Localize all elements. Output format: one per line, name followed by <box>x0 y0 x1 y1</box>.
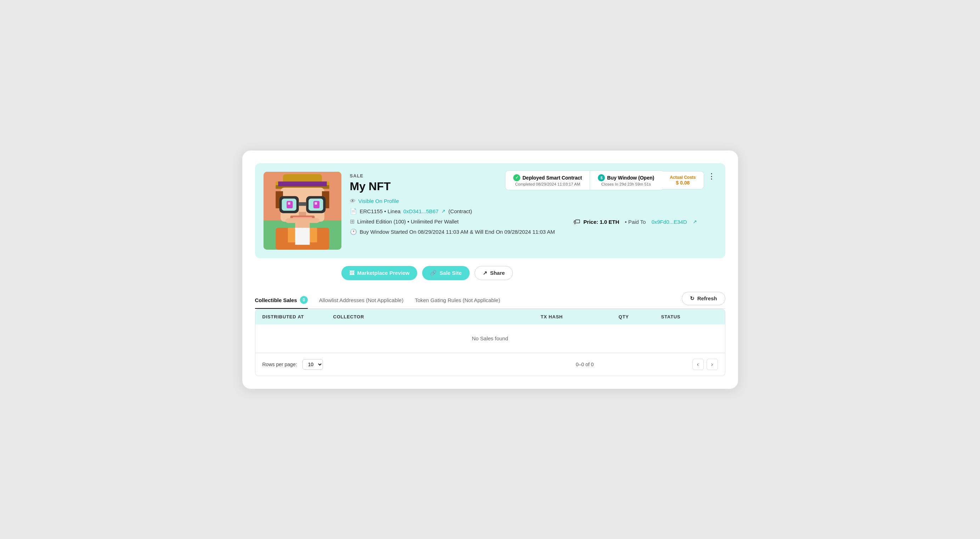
cost-badge: Actual Costs $ 0.08 <box>662 171 704 189</box>
pagination-row: Rows per page: 10 25 50 0–0 of 0 ‹ › <box>255 353 725 376</box>
tab-collectible-sales[interactable]: Collectible Sales 0 <box>255 292 308 309</box>
refresh-icon: ↻ <box>690 295 695 302</box>
erc-info-row: 📄 ERC1155 • Linea 0xD341...5B67 ↗ (Contr… <box>350 208 717 215</box>
price-paid-area: 🏷 Price: 1.0 ETH • Paid To 0x9Fd0...E34D… <box>573 218 697 226</box>
actions-row: 🖼 Marketplace Preview 🔗 Sale Site ↗ Shar… <box>255 266 725 280</box>
price-label: Price: 1.0 ETH <box>583 219 619 225</box>
cost-value: $ 0.08 <box>676 180 690 186</box>
marketplace-preview-button[interactable]: 🖼 Marketplace Preview <box>341 266 418 280</box>
deployed-sub: Completed 08/29/2024 11:03:17 AM <box>515 182 580 186</box>
next-page-button[interactable]: › <box>706 359 718 370</box>
buy-window-text: Buy Window Started On 08/29/2024 11:03 A… <box>360 229 555 235</box>
contract-address-link[interactable]: 0xD341...5B67 <box>403 208 439 214</box>
token-gating-label: Token Gating Rules (Not Applicable) <box>415 297 500 303</box>
sale-site-button[interactable]: 🔗 Sale Site <box>422 266 469 280</box>
collectible-sales-label: Collectible Sales <box>255 297 297 303</box>
prev-page-button[interactable]: ‹ <box>692 359 704 370</box>
buy-window-badge-title: $ Buy Window (Open) <box>598 174 654 181</box>
th-tx-hash: TX HASH <box>541 314 619 320</box>
check-icon: ✓ <box>513 174 520 181</box>
table-header: DISTRIBUTED AT COLLECTOR TX HASH QTY STA… <box>255 309 725 324</box>
refresh-button[interactable]: ↻ Refresh <box>682 292 725 305</box>
allowlist-label: Allowlist Addresses (Not Applicable) <box>319 297 403 303</box>
svg-rect-25 <box>288 228 295 242</box>
sale-site-label: Sale Site <box>439 270 462 276</box>
document-icon: 📄 <box>350 208 357 215</box>
link-icon: 🔗 <box>430 270 437 276</box>
tabs-row: Collectible Sales 0 Allowlist Addresses … <box>255 291 725 309</box>
deployed-label: Deployed Smart Contract <box>522 175 582 181</box>
deployed-badge: ✓ Deployed Smart Contract Completed 08/2… <box>505 170 590 190</box>
pagination-buttons: ‹ › <box>692 359 718 370</box>
page-info: 0–0 of 0 <box>477 362 692 367</box>
svg-rect-27 <box>295 228 310 245</box>
rows-per-page-select[interactable]: 10 25 50 <box>302 359 323 370</box>
svg-rect-18 <box>299 212 306 215</box>
paid-to-address-link[interactable]: 0x9Fd0...E34D <box>651 219 687 225</box>
th-collector: COLLECTOR <box>333 314 541 320</box>
buy-window-sub: Closes In 29d 23h 59m 51s <box>601 182 651 186</box>
svg-rect-17 <box>299 202 306 205</box>
cost-label: Actual Costs <box>670 175 695 180</box>
price-item: 🏷 Price: 1.0 ETH <box>573 218 619 226</box>
clock-icon: 🕐 <box>350 229 357 235</box>
share-label: Share <box>490 270 505 276</box>
marketplace-icon: 🖼 <box>349 270 355 276</box>
main-card: SALE My NFT 👁 Visible On Profile 📄 ERC11… <box>242 151 738 389</box>
dollar-icon: $ <box>598 174 605 181</box>
erc-info: ERC1155 • Linea <box>360 208 401 214</box>
tag-icon: 🏷 <box>573 218 581 226</box>
visible-on-profile-link[interactable]: Visible On Profile <box>358 198 399 204</box>
th-distributed-at: DISTRIBUTED AT <box>262 314 333 320</box>
eye-icon: 👁 <box>350 198 356 204</box>
more-menu-button[interactable]: ⋮ <box>705 170 718 182</box>
svg-rect-15 <box>288 202 290 204</box>
th-qty: QTY <box>619 314 661 320</box>
rows-label-text: Rows per page: <box>262 362 297 367</box>
refresh-label: Refresh <box>697 295 717 301</box>
grid-icon: ⊞ <box>350 218 355 225</box>
th-status: STATUS <box>661 314 718 320</box>
deployed-badge-title: ✓ Deployed Smart Contract <box>513 174 582 181</box>
tab-token-gating[interactable]: Token Gating Rules (Not Applicable) <box>415 293 500 308</box>
external-link-icon: ↗ <box>441 208 445 214</box>
share-icon: ↗ <box>483 270 487 276</box>
nft-image <box>264 172 341 250</box>
paid-to-label: • Paid To <box>625 219 646 225</box>
share-button[interactable]: ↗ Share <box>475 266 513 280</box>
tab-allowlist[interactable]: Allowlist Addresses (Not Applicable) <box>319 293 403 308</box>
edition-info: Limited Edition (100) • Unlimited Per Wa… <box>357 218 459 224</box>
no-data-message: No Sales found <box>472 335 508 341</box>
sales-table: DISTRIBUTED AT COLLECTOR TX HASH QTY STA… <box>255 309 725 376</box>
buy-window-row: 🕐 Buy Window Started On 08/29/2024 11:03… <box>350 229 717 235</box>
visible-on-profile-row: 👁 Visible On Profile <box>350 198 717 204</box>
collectible-sales-badge: 0 <box>300 296 308 304</box>
status-badges-area: ✓ Deployed Smart Contract Completed 08/2… <box>505 170 704 190</box>
top-section: SALE My NFT 👁 Visible On Profile 📄 ERC11… <box>255 163 725 258</box>
svg-rect-26 <box>310 228 317 242</box>
contract-label: (Contract) <box>449 208 472 214</box>
marketplace-preview-label: Marketplace Preview <box>357 270 410 276</box>
svg-rect-5 <box>278 181 327 186</box>
rows-per-page-label: Rows per page: 10 25 50 <box>262 359 477 370</box>
table-body: No Sales found <box>255 324 725 353</box>
svg-rect-16 <box>315 202 317 204</box>
buy-window-label: Buy Window (Open) <box>607 175 654 181</box>
buy-window-badge: $ Buy Window (Open) Closes In 29d 23h 59… <box>590 170 662 190</box>
paid-to-external-icon: ↗ <box>693 219 697 224</box>
